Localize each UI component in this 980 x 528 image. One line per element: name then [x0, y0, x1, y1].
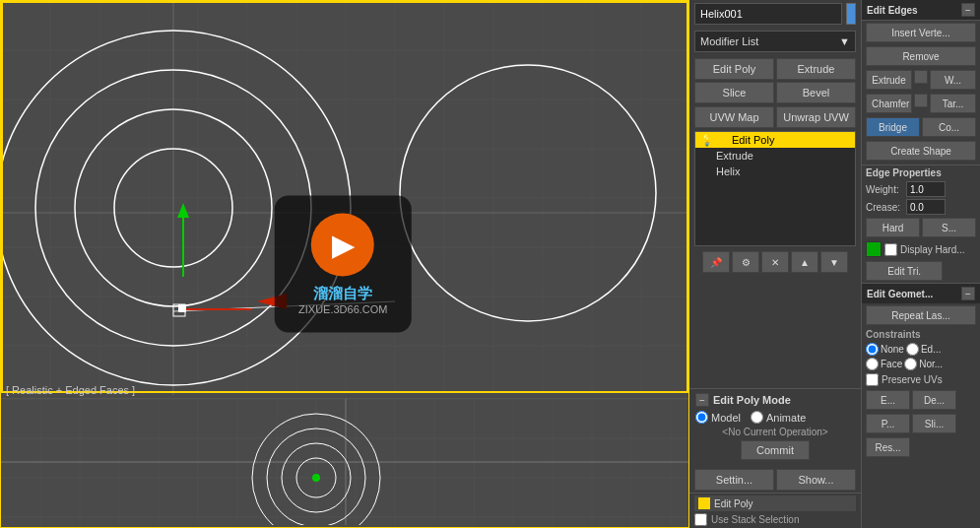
crease-row: Crease: — [862, 198, 980, 216]
weight-input[interactable] — [906, 181, 946, 197]
chamfer-button[interactable]: Chamfer — [866, 94, 912, 113]
none-radio-label[interactable]: None — [866, 343, 904, 356]
constraints-label: Constraints — [862, 327, 980, 342]
spacer2 — [700, 165, 712, 177]
edit-poly-mode-title: Edit Poly Mode — [713, 394, 791, 406]
constraints-row1: None Ed... — [862, 342, 980, 357]
stack-icon-edit-poly — [716, 134, 728, 146]
slice-button[interactable]: Slice — [694, 82, 774, 103]
display-hard-row: Display Hard... — [862, 239, 980, 259]
extra-btn-5[interactable]: Res... — [866, 437, 910, 457]
unwrap-uvw-button[interactable]: Unwrap UVW — [776, 106, 856, 128]
spacer — [700, 150, 712, 162]
connect-button[interactable]: Co... — [922, 117, 976, 137]
hard-button[interactable]: Hard — [866, 218, 920, 237]
edit-tri-button[interactable]: Edit Tri. — [866, 261, 943, 281]
edit-edges-collapse-btn[interactable]: − — [961, 3, 975, 17]
object-color-swatch[interactable] — [846, 3, 856, 25]
bevel-button[interactable]: Bevel — [776, 82, 856, 103]
extrude-row: Extrude W... — [862, 68, 980, 92]
stack-label-edit-poly: Edit Poly — [732, 134, 774, 146]
constraints-row2: Face Nor... — [862, 357, 980, 371]
object-header — [689, 0, 861, 28]
extra-buttons-3: Res... — [862, 435, 980, 459]
settings-row: Settin... Show... — [689, 467, 861, 493]
extrude-settings-sq[interactable] — [914, 70, 928, 84]
extra-btn-1[interactable]: E... — [866, 390, 910, 410]
settings-button[interactable]: Settin... — [694, 469, 774, 491]
edit-geo-header: Edit Geomet... − — [862, 283, 980, 303]
display-hard-label: Display Hard... — [900, 244, 965, 255]
use-stack-checkbox[interactable] — [694, 513, 707, 526]
commit-button[interactable]: Commit — [741, 440, 810, 460]
extra-btn-3[interactable]: P... — [866, 414, 910, 433]
viewport-label: [ Realistic + Edged Faces ] — [1, 382, 140, 398]
use-stack-label: Use Stack Selection — [711, 514, 800, 525]
remove-button[interactable]: Remove — [866, 46, 976, 66]
stack-up-button[interactable]: ▲ — [791, 251, 818, 273]
stack-delete-button[interactable]: ✕ — [761, 251, 789, 273]
preserve-uvs-row: Preserve UVs — [862, 371, 980, 388]
bulb-icon: 💡 — [700, 134, 712, 146]
extra-btn-2[interactable]: De... — [912, 390, 956, 410]
chamfer-row: Chamfer Tar... — [862, 92, 980, 115]
modifier-buttons: Edit Poly Extrude Slice Bevel — [689, 55, 861, 106]
bridge-button[interactable]: Bridge — [866, 117, 920, 137]
preserve-uvs-label: Preserve UVs — [882, 374, 943, 385]
modifier-stack: 💡 Edit Poly Extrude Helix — [694, 131, 856, 246]
object-name-input[interactable] — [694, 3, 842, 25]
uvw-map-button[interactable]: UVW Map — [694, 106, 774, 128]
green-swatch — [866, 241, 882, 257]
crease-label: Crease: — [866, 202, 903, 213]
stack-item-helix[interactable]: Helix — [695, 164, 855, 179]
stack-label-extrude: Extrude — [716, 150, 753, 162]
edit-poly-button[interactable]: Edit Poly — [694, 58, 774, 80]
edges-extrude-button[interactable]: Extrude — [866, 70, 912, 90]
bottom-edit-poly-label: Edit Poly — [714, 498, 752, 509]
extrude-button[interactable]: Extrude — [776, 58, 856, 80]
hard-smooth-row: Hard S... — [862, 216, 980, 239]
display-hard-checkbox[interactable] — [884, 243, 897, 256]
mode-collapse-btn[interactable]: − — [695, 393, 709, 407]
extra-btn-4[interactable]: Sli... — [912, 414, 956, 433]
edit-poly-mode-panel: − Edit Poly Mode Model Animate <No Curre… — [689, 388, 861, 467]
edge-properties-label: Edge Properties — [862, 165, 980, 180]
chamfer-settings-sq[interactable] — [914, 94, 928, 107]
edit-edges-title: Edit Edges — [867, 5, 961, 16]
extra-buttons-2: P... Sli... — [862, 412, 980, 435]
edit-geo-collapse-btn[interactable]: − — [961, 287, 975, 300]
bottom-icon — [698, 497, 710, 509]
weight-row: Weight: — [862, 180, 980, 198]
stack-controls: 📌 ⚙ ✕ ▲ ▼ — [689, 249, 861, 275]
model-radio[interactable]: Model — [695, 411, 741, 424]
bridge-row: Bridge Co... — [862, 115, 980, 139]
stack-label-helix: Helix — [716, 165, 740, 177]
stack-down-button[interactable]: ▼ — [820, 251, 848, 273]
animate-radio[interactable]: Animate — [751, 411, 806, 424]
crease-input[interactable] — [906, 199, 946, 215]
edit-geo-title: Edit Geomet... — [867, 289, 961, 299]
insert-vertex-button[interactable]: Insert Verte... — [866, 23, 976, 42]
stack-item-edit-poly[interactable]: 💡 Edit Poly — [695, 132, 855, 148]
no-operation-label: <No Current Operation> — [695, 427, 855, 437]
weight-label: Weight: — [866, 184, 903, 195]
extra-buttons: E... De... — [862, 388, 980, 412]
edge-radio-label[interactable]: Ed... — [906, 343, 942, 356]
bottom-left-panel: Edit Poly Use Stack Selection — [689, 493, 861, 528]
stack-pin-button[interactable]: 📌 — [702, 251, 730, 273]
show-button[interactable]: Show... — [776, 469, 856, 491]
normal-radio-label[interactable]: Nor... — [904, 358, 943, 370]
stack-item-extrude[interactable]: Extrude — [695, 148, 855, 164]
face-radio-label[interactable]: Face — [866, 358, 902, 370]
repeat-last-button[interactable]: Repeat Las... — [866, 305, 976, 325]
modifier-list-dropdown[interactable]: Modifier List ▼ — [694, 31, 856, 52]
weld-button[interactable]: W... — [930, 70, 976, 90]
target-button[interactable]: Tar... — [930, 94, 976, 113]
create-shape-button[interactable]: Create Shape — [866, 141, 976, 161]
stack-config-button[interactable]: ⚙ — [732, 251, 759, 273]
smooth-button[interactable]: S... — [922, 218, 976, 237]
preserve-uvs-checkbox[interactable] — [866, 373, 879, 386]
